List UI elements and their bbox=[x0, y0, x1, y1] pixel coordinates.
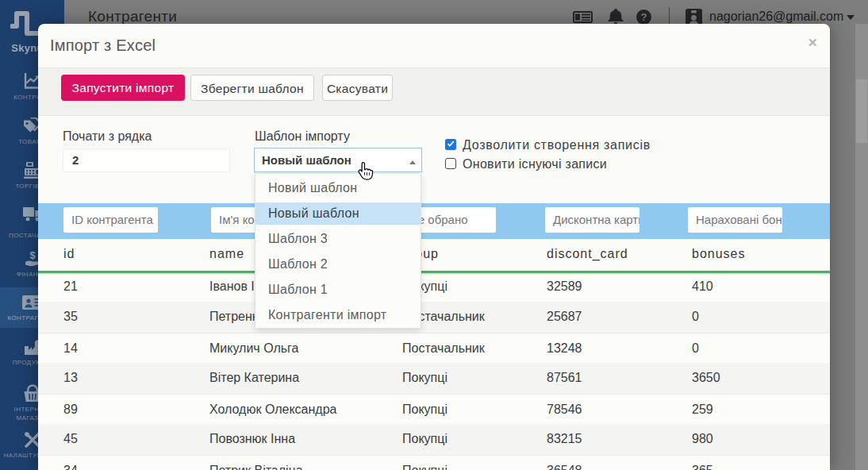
svg-text:?: ? bbox=[641, 11, 647, 23]
svg-text:$: $ bbox=[29, 251, 36, 261]
